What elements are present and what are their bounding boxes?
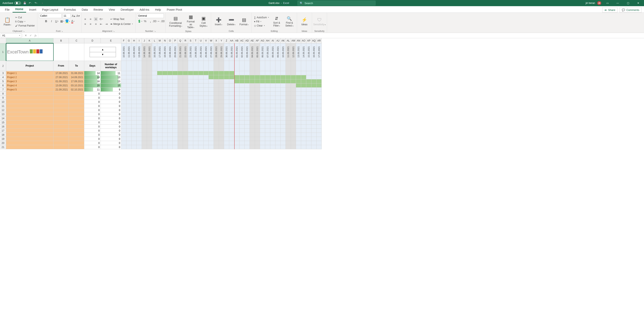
merge-center-button[interactable]: ⬌Merge & Center▾ bbox=[110, 22, 134, 26]
days-cell[interactable]: 0 bbox=[84, 133, 101, 137]
to-date-cell[interactable] bbox=[69, 129, 84, 133]
from-date-cell[interactable] bbox=[54, 116, 69, 120]
format-painter-button[interactable]: 🖌Format Painter bbox=[14, 24, 36, 28]
gantt-cell[interactable] bbox=[312, 124, 316, 129]
gantt-cell[interactable] bbox=[270, 71, 276, 75]
gantt-cell[interactable] bbox=[265, 137, 270, 141]
cell[interactable] bbox=[280, 61, 286, 71]
gantt-cell[interactable] bbox=[147, 116, 152, 120]
date-header-cell[interactable]: 07.09.2021 bbox=[265, 43, 270, 61]
gantt-cell[interactable] bbox=[265, 129, 270, 133]
gantt-cell[interactable] bbox=[265, 92, 270, 96]
column-header[interactable]: AE bbox=[250, 38, 255, 43]
from-date-cell[interactable]: 17.08.2021 bbox=[54, 71, 69, 75]
gantt-cell[interactable] bbox=[204, 120, 209, 124]
from-date-cell[interactable]: 21.09.2021 bbox=[54, 88, 69, 92]
gantt-cell[interactable] bbox=[224, 112, 229, 116]
header-from[interactable]: From bbox=[54, 61, 69, 71]
gantt-cell[interactable] bbox=[147, 79, 152, 84]
gantt-cell[interactable] bbox=[286, 92, 291, 96]
gantt-cell[interactable] bbox=[173, 84, 178, 88]
cell[interactable] bbox=[270, 61, 276, 71]
gantt-cell[interactable] bbox=[183, 96, 188, 100]
gantt-cell[interactable] bbox=[260, 129, 265, 133]
gantt-cell[interactable] bbox=[244, 112, 250, 116]
gantt-cell[interactable] bbox=[265, 79, 270, 84]
gantt-cell[interactable] bbox=[126, 112, 132, 116]
gantt-cell[interactable] bbox=[198, 129, 204, 133]
gantt-cell[interactable] bbox=[162, 116, 168, 120]
date-header-cell[interactable]: 16.09.2021 bbox=[312, 43, 316, 61]
gantt-cell[interactable] bbox=[137, 71, 142, 75]
gantt-cell[interactable] bbox=[209, 71, 214, 75]
gantt-cell[interactable] bbox=[209, 100, 214, 104]
gantt-cell[interactable] bbox=[193, 96, 198, 100]
column-header[interactable]: B bbox=[54, 38, 69, 43]
gantt-cell[interactable] bbox=[188, 124, 193, 129]
gantt-cell[interactable] bbox=[188, 104, 193, 108]
gantt-cell[interactable] bbox=[240, 137, 244, 141]
project-name-cell[interactable] bbox=[6, 96, 54, 100]
indent-increase-icon[interactable]: ⇥ bbox=[105, 22, 108, 26]
gantt-cell[interactable] bbox=[198, 120, 204, 124]
gantt-cell[interactable] bbox=[157, 124, 162, 129]
gantt-cell[interactable] bbox=[255, 112, 260, 116]
gantt-cell[interactable] bbox=[250, 133, 255, 137]
gantt-cell[interactable] bbox=[306, 137, 312, 141]
gantt-cell[interactable] bbox=[188, 84, 193, 88]
gantt-cell[interactable] bbox=[147, 120, 152, 124]
gantt-cell[interactable] bbox=[244, 120, 250, 124]
days-cell[interactable]: 0 bbox=[84, 104, 101, 108]
gantt-cell[interactable] bbox=[260, 141, 265, 145]
gantt-cell[interactable] bbox=[306, 75, 312, 79]
cell[interactable] bbox=[126, 61, 132, 71]
gantt-cell[interactable] bbox=[250, 92, 255, 96]
row-header[interactable]: 6 bbox=[0, 84, 6, 88]
gantt-cell[interactable] bbox=[168, 137, 173, 141]
to-date-cell[interactable]: 14.09.2021 bbox=[69, 75, 84, 79]
column-header[interactable]: AD bbox=[244, 38, 250, 43]
gantt-cell[interactable] bbox=[142, 108, 147, 112]
gantt-cell[interactable] bbox=[276, 116, 280, 120]
from-date-cell[interactable] bbox=[54, 112, 69, 116]
gantt-cell[interactable] bbox=[219, 137, 224, 141]
gantt-cell[interactable] bbox=[224, 104, 229, 108]
gantt-cell[interactable] bbox=[209, 120, 214, 124]
gantt-cell[interactable] bbox=[286, 141, 291, 145]
gantt-cell[interactable] bbox=[265, 104, 270, 108]
column-header[interactable]: AG bbox=[260, 38, 265, 43]
gantt-cell[interactable] bbox=[224, 100, 229, 104]
gantt-cell[interactable] bbox=[306, 124, 312, 129]
gantt-cell[interactable] bbox=[142, 75, 147, 79]
cell[interactable] bbox=[162, 61, 168, 71]
column-header[interactable]: A bbox=[6, 38, 54, 43]
gantt-cell[interactable] bbox=[286, 108, 291, 112]
sort-filter-button[interactable]: ⇵Sort & Filter▾ bbox=[271, 15, 282, 28]
gantt-cell[interactable] bbox=[214, 141, 219, 145]
gantt-cell[interactable] bbox=[250, 104, 255, 108]
column-header[interactable]: S bbox=[188, 38, 193, 43]
gantt-cell[interactable] bbox=[126, 104, 132, 108]
gantt-cell[interactable] bbox=[229, 96, 234, 100]
gantt-cell[interactable] bbox=[280, 124, 286, 129]
gantt-cell[interactable] bbox=[173, 104, 178, 108]
gantt-cell[interactable] bbox=[121, 145, 126, 149]
gantt-cell[interactable] bbox=[250, 137, 255, 141]
gantt-cell[interactable] bbox=[147, 124, 152, 129]
date-header-cell[interactable]: 15.08.2021 bbox=[147, 43, 152, 61]
gantt-cell[interactable] bbox=[224, 133, 229, 137]
gantt-cell[interactable] bbox=[229, 133, 234, 137]
gantt-cell[interactable] bbox=[260, 137, 265, 141]
to-date-cell[interactable] bbox=[69, 133, 84, 137]
gantt-cell[interactable] bbox=[219, 145, 224, 149]
gantt-cell[interactable] bbox=[301, 96, 306, 100]
gantt-cell[interactable] bbox=[244, 108, 250, 112]
cell[interactable] bbox=[69, 43, 84, 61]
to-date-cell[interactable] bbox=[69, 120, 84, 124]
workdays-cell[interactable]: 0 bbox=[101, 92, 121, 96]
gantt-cell[interactable] bbox=[162, 92, 168, 96]
gantt-cell[interactable] bbox=[121, 141, 126, 145]
gantt-cell[interactable] bbox=[260, 92, 265, 96]
gantt-cell[interactable] bbox=[219, 108, 224, 112]
gantt-cell[interactable] bbox=[312, 75, 316, 79]
